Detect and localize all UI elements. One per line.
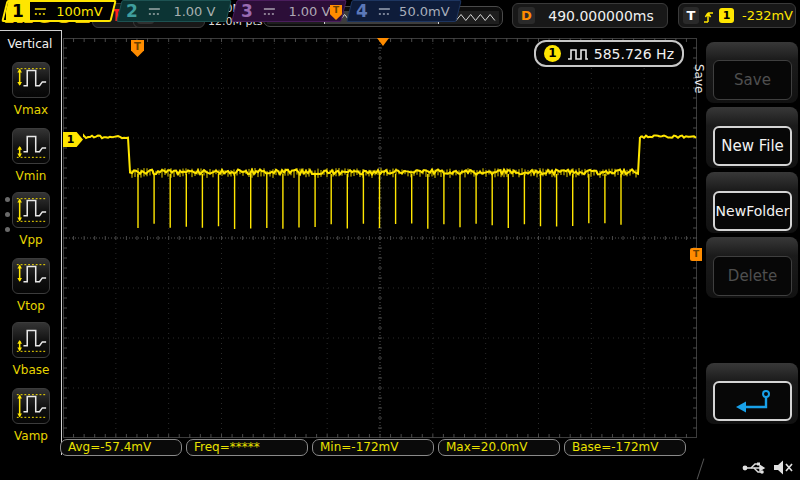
scroll-indicator-dot — [5, 212, 10, 217]
speaker-muted-icon — [772, 458, 794, 477]
dc-coupling-icon — [148, 7, 161, 16]
scroll-indicator-dot — [5, 197, 10, 202]
trigger-delay-box[interactable]: D 490.000000ms — [512, 3, 668, 28]
usb-icon — [742, 460, 768, 476]
measure-category-title: Vertical — [0, 37, 60, 51]
return-arrow-icon — [730, 387, 776, 415]
trigger-source-badge: 1 — [719, 8, 734, 23]
channel2-status[interactable]: 2 1.00 V — [116, 0, 231, 22]
delete-button[interactable]: Delete — [713, 256, 792, 296]
sidebar-item-vtop[interactable]: Vtop — [11, 258, 51, 313]
frequency-counter: 1 585.726 Hz — [534, 40, 684, 67]
vbase-pulse-icon — [12, 322, 50, 358]
sidebar-item-vpp[interactable]: Vpp — [11, 192, 51, 247]
vtop-pulse-icon — [12, 258, 50, 294]
dc-coupling-icon — [34, 7, 47, 16]
dc-coupling-icon — [263, 7, 276, 16]
rising-edge-icon — [702, 9, 716, 25]
channel1-status[interactable]: 1 100mV — [1, 0, 116, 22]
channel4-status[interactable]: 4 50.0mV — [346, 0, 461, 22]
dc-coupling-icon — [378, 7, 391, 16]
vpp-pulse-icon — [12, 192, 50, 228]
vmax-pulse-icon — [12, 62, 50, 98]
new-folder-button[interactable]: NewFolder — [713, 191, 792, 231]
back-button[interactable] — [713, 381, 792, 421]
measurement-base: Base=-172mV — [564, 439, 686, 456]
freq-counter-value: 585.726 Hz — [594, 46, 674, 62]
delay-label: D — [518, 7, 535, 24]
delay-value: 490.000000ms — [539, 8, 663, 24]
save-button[interactable]: Save — [713, 60, 792, 100]
statusbar-divider — [697, 458, 705, 479]
freq-counter-channel-badge: 1 — [544, 45, 561, 62]
new-file-button[interactable]: New File — [713, 126, 792, 166]
measurement-avg: Avg=-57.4mV — [60, 439, 182, 456]
scroll-indicator-dot — [5, 227, 10, 232]
measurement-freq: Freq=***** — [186, 439, 308, 456]
menu-title: Save — [692, 56, 706, 102]
square-wave-icon — [567, 47, 588, 61]
graticule-and-waveform — [63, 38, 697, 438]
sidebar-item-vamp[interactable]: Vamp — [11, 388, 51, 443]
trigger-level-marker[interactable]: T — [690, 248, 702, 261]
trigger-level-value: -232mV — [737, 8, 793, 23]
measurement-min: Min=-172mV — [312, 439, 434, 456]
sidebar-item-vmin[interactable]: Vmin — [11, 128, 51, 183]
trigger-status-box[interactable]: T 1 -232mV — [678, 3, 796, 28]
vmin-pulse-icon — [12, 128, 50, 164]
channel3-status[interactable]: 3 1.00 V — [231, 0, 346, 22]
vamp-pulse-icon — [12, 388, 50, 424]
measurement-max: Max=20.0mV — [438, 439, 560, 456]
sidebar-item-vbase[interactable]: Vbase — [11, 322, 51, 377]
oscilloscope-screen: RIGOL STOP H 100ms 5.00MSa/s 12.0M pts T… — [0, 0, 800, 480]
sidebar-item-vmax[interactable]: Vmax — [11, 62, 51, 117]
trigger-label: T — [683, 7, 699, 24]
